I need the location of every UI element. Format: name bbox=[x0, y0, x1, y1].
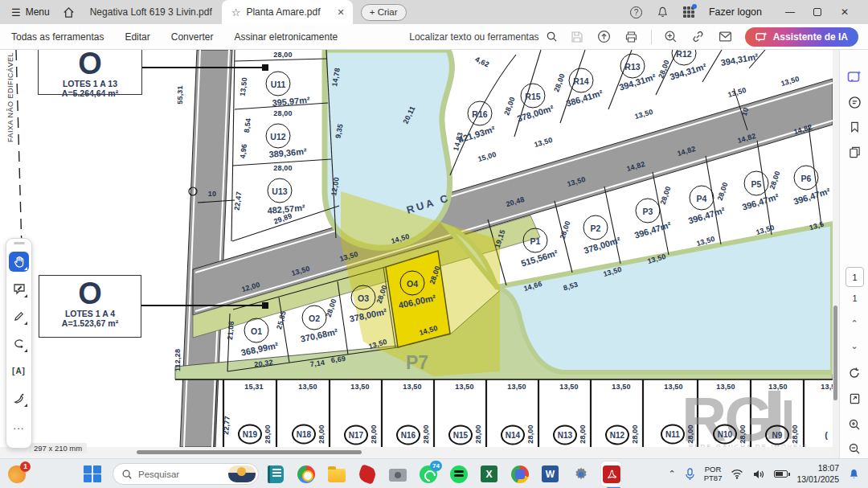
tray-overflow-chevron[interactable]: ⌃ bbox=[669, 469, 676, 479]
menu-button[interactable]: ☰ Menu bbox=[0, 6, 58, 18]
previous-page-button[interactable]: ⌃ bbox=[846, 315, 862, 331]
microphone-icon[interactable] bbox=[685, 468, 695, 481]
apps-grid-icon[interactable] bbox=[683, 6, 694, 18]
zoom-out-button[interactable] bbox=[846, 441, 862, 457]
language-indicator[interactable]: POR PT87 bbox=[704, 465, 723, 483]
star-icon[interactable]: ☆ bbox=[231, 6, 241, 18]
dimension-label: 10 bbox=[208, 190, 216, 198]
convert-menu[interactable]: Converter bbox=[171, 31, 214, 43]
wifi-icon[interactable] bbox=[731, 469, 743, 479]
tab-label: Planta Amare.pdf bbox=[246, 6, 320, 18]
rotate-icon bbox=[848, 367, 861, 379]
taskbar-app-acrobat-active[interactable] bbox=[601, 464, 621, 484]
battery-icon[interactable] bbox=[774, 470, 788, 478]
all-tools-menu[interactable]: Todas as ferramentas bbox=[11, 31, 104, 43]
create-button[interactable]: + Criar bbox=[361, 4, 407, 21]
minimize-button[interactable]: — bbox=[776, 0, 804, 24]
vertical-scrollbar-thumb[interactable] bbox=[833, 306, 837, 400]
speaker-icon[interactable] bbox=[752, 469, 765, 480]
sign-tool-button[interactable] bbox=[9, 388, 29, 408]
taskbar-app-book[interactable] bbox=[265, 464, 285, 484]
taskbar-app-spotify[interactable] bbox=[448, 464, 469, 484]
share-upload-button[interactable] bbox=[596, 29, 612, 45]
next-page-button[interactable]: ⌄ bbox=[846, 338, 862, 354]
taskbar-app-settings[interactable] bbox=[571, 464, 591, 484]
find-text-button[interactable]: Localizar texto ou ferramentas bbox=[409, 31, 557, 43]
taskbar-app-excel[interactable]: X bbox=[479, 464, 499, 484]
windows-taskbar: 1 Pesquisar 74 X W bbox=[0, 458, 868, 488]
legend-line2: A=1.523,67 m² bbox=[39, 318, 141, 328]
restore-button[interactable] bbox=[804, 0, 831, 24]
zoom-in-button[interactable] bbox=[846, 416, 862, 433]
pages-panel-button[interactable] bbox=[846, 144, 862, 160]
print-button[interactable] bbox=[624, 29, 640, 45]
edit-menu[interactable]: Editar bbox=[125, 31, 149, 43]
hamburger-icon: ☰ bbox=[11, 6, 21, 18]
start-button[interactable] bbox=[84, 459, 101, 488]
spotify-icon bbox=[450, 465, 468, 483]
ai-assistant-panel-button[interactable] bbox=[846, 69, 862, 85]
notifications-bell-icon[interactable] bbox=[657, 6, 669, 18]
taskbar-app-chrome-2[interactable] bbox=[510, 464, 530, 484]
dimension-label: 28,00 bbox=[273, 109, 293, 117]
lot-circle-n19: N19 bbox=[238, 424, 262, 445]
ai-assistant-button[interactable]: Assistente de IA bbox=[745, 27, 858, 47]
tab-planta-amare[interactable]: ☆ Planta Amare.pdf ✕ bbox=[222, 0, 353, 24]
date-label: 13/01/2025 bbox=[796, 474, 839, 485]
lot-circle-p3: P3 bbox=[636, 199, 661, 223]
stamp-button[interactable] bbox=[663, 29, 679, 45]
comment-tool-button[interactable] bbox=[9, 279, 29, 299]
horizontal-scrollbar[interactable] bbox=[0, 447, 833, 458]
draw-tool-button[interactable] bbox=[9, 306, 29, 326]
dimension-label: 28,00 bbox=[317, 424, 326, 444]
printer-icon bbox=[624, 31, 638, 43]
sign-in-link[interactable]: Fazer logon bbox=[709, 6, 762, 18]
bookmarks-panel-button[interactable] bbox=[846, 119, 862, 135]
tab-close-icon[interactable]: ✕ bbox=[338, 7, 345, 18]
restore-icon bbox=[813, 8, 821, 16]
tab-negativa-loft[interactable]: Negativa Loft 619 3 Livin.pdf bbox=[80, 0, 222, 24]
help-icon[interactable]: ? bbox=[630, 6, 642, 18]
taskbar-search[interactable]: Pesquisar bbox=[113, 459, 259, 488]
highlight-tool-button[interactable] bbox=[9, 334, 29, 354]
more-tools-button[interactable]: ... bbox=[9, 416, 29, 436]
email-button[interactable] bbox=[718, 29, 734, 45]
taskbar-app-word[interactable]: W bbox=[540, 464, 560, 484]
notification-bell-icon[interactable] bbox=[848, 468, 860, 481]
lot-circle-r15: R15 bbox=[521, 84, 546, 109]
time-label: 18:07 bbox=[796, 463, 839, 474]
lot-circle-n14: N14 bbox=[501, 425, 525, 445]
lot-circle-r16: R16 bbox=[468, 101, 493, 126]
palette-drag-handle[interactable] bbox=[14, 242, 25, 244]
taskbar-app-red[interactable] bbox=[357, 464, 377, 484]
lasso-icon bbox=[13, 338, 25, 350]
esign-menu[interactable]: Assinar eletronicamente bbox=[234, 31, 338, 43]
rotate-page-button[interactable] bbox=[846, 365, 862, 381]
page-number-input[interactable]: 1 bbox=[845, 267, 864, 287]
dimension-label: 28,00 bbox=[370, 424, 378, 444]
clock[interactable]: 18:07 13/01/2025 bbox=[796, 463, 839, 484]
fit-page-button[interactable] bbox=[846, 391, 862, 407]
page-total-label: 1 bbox=[845, 293, 864, 303]
taskbar-app-whatsapp[interactable]: 74 bbox=[418, 464, 438, 484]
taskbar-app-file-explorer[interactable] bbox=[326, 464, 346, 484]
hand-tool-button[interactable] bbox=[9, 252, 29, 272]
vertical-scrollbar[interactable] bbox=[833, 50, 839, 458]
lot-circle-n11: N11 bbox=[661, 424, 685, 445]
close-button[interactable]: ✕ bbox=[831, 0, 858, 24]
horizontal-scrollbar-thumb[interactable] bbox=[137, 450, 362, 454]
home-button[interactable] bbox=[58, 1, 80, 23]
comments-panel-button[interactable] bbox=[846, 94, 862, 110]
taskbar-app-chrome[interactable] bbox=[296, 464, 316, 484]
link-button[interactable] bbox=[690, 29, 706, 45]
menu-label: Menu bbox=[26, 6, 50, 18]
ai-panel-icon bbox=[847, 70, 862, 84]
widgets-button[interactable]: 1 bbox=[8, 459, 26, 488]
save-button[interactable] bbox=[569, 29, 585, 45]
taskbar-app-capture[interactable] bbox=[387, 464, 407, 484]
notification-dot bbox=[692, 4, 697, 9]
lot-circle-p4: P4 bbox=[690, 186, 714, 211]
dimension-label: 15,31 bbox=[244, 383, 264, 391]
quick-tools-palette: [A] ... bbox=[6, 238, 32, 449]
add-text-tool-button[interactable]: [A] bbox=[9, 361, 29, 381]
